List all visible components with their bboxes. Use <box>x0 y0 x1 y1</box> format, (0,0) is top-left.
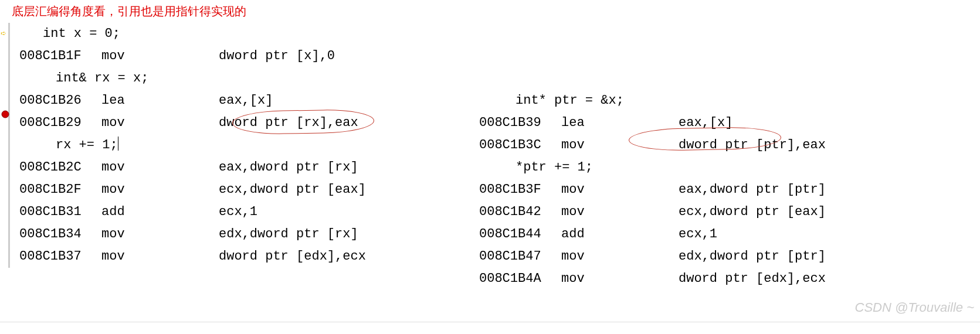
opcode: add <box>561 223 679 246</box>
operands: eax,[x] <box>679 115 733 130</box>
opcode: lea <box>101 90 219 112</box>
address: 008C1B3F <box>479 179 561 201</box>
asm-line: 008C1B3Cmovdword ptr [ptr],eax <box>479 134 826 156</box>
right-column: int* ptr = &x; 008C1B39leaeax,[x] 008C1B… <box>479 90 826 290</box>
asm-line: 008C1B3Fmoveax,dword ptr [ptr] <box>479 179 826 201</box>
operands: ecx,dword ptr [eax] <box>679 205 826 219</box>
annotation-text: 底层汇编得角度看，引用也是用指针得实现的 <box>0 0 980 23</box>
source-line: int* ptr = &x; <box>479 90 826 112</box>
opcode: mov <box>561 179 679 201</box>
operands: dword ptr [edx],ecx <box>679 271 826 286</box>
asm-line: 008C1B39leaeax,[x] <box>479 112 826 134</box>
address: 008C1B42 <box>479 201 561 223</box>
opcode: mov <box>101 112 219 134</box>
address: 008C1B1F <box>19 45 101 67</box>
opcode: add <box>101 201 219 223</box>
operands: dword ptr [x],0 <box>219 49 335 63</box>
source-line: int& rx = x; <box>19 67 980 90</box>
opcode: mov <box>101 156 219 179</box>
address: 008C1B34 <box>19 223 101 246</box>
opcode: mov <box>101 246 219 268</box>
address: 008C1B26 <box>19 90 101 112</box>
svg-point-0 <box>2 111 9 118</box>
gutter: ➪ <box>2 23 10 268</box>
operands: dword ptr [edx],ecx <box>219 249 366 264</box>
opcode: mov <box>561 246 679 268</box>
opcode: mov <box>561 201 679 223</box>
code-text: int& rx = x; <box>56 71 148 86</box>
operands: edx,dword ptr [ptr] <box>679 249 826 264</box>
address: 008C1B29 <box>19 112 101 134</box>
address: 008C1B3C <box>479 134 561 156</box>
current-line-arrow-icon: ➪ <box>1 28 10 37</box>
address: 008C1B39 <box>479 112 561 134</box>
code-text: int* ptr = &x; <box>516 93 624 108</box>
address: 008C1B4A <box>479 268 561 290</box>
operands: eax,[x] <box>219 93 273 108</box>
asm-line: 008C1B44addecx,1 <box>479 223 826 246</box>
address: 008C1B37 <box>19 246 101 268</box>
divider <box>0 322 980 322</box>
operands: ecx,dword ptr [eax] <box>219 182 366 197</box>
address: 008C1B31 <box>19 201 101 223</box>
code-text: rx += 1; <box>56 138 118 152</box>
opcode: mov <box>101 223 219 246</box>
disassembly-view: ➪ int x = 0; 008C1B1Fmovdword ptr [x],0 … <box>8 23 980 268</box>
operands: ecx,1 <box>219 205 257 219</box>
text-cursor <box>118 137 118 151</box>
address: 008C1B47 <box>479 246 561 268</box>
code-text: int x = 0; <box>43 26 120 41</box>
address: 008C1B2C <box>19 156 101 179</box>
breakpoint-icon[interactable] <box>1 110 10 119</box>
code-text: *ptr += 1; <box>516 160 593 175</box>
opcode: mov <box>101 45 219 67</box>
asm-line: 008C1B4Amovdword ptr [edx],ecx <box>479 268 826 290</box>
asm-line: 008C1B47movedx,dword ptr [ptr] <box>479 246 826 268</box>
source-line: *ptr += 1; <box>479 156 826 179</box>
asm-line: 008C1B1Fmovdword ptr [x],0 <box>19 45 980 67</box>
opcode: lea <box>561 112 679 134</box>
opcode: mov <box>561 134 679 156</box>
asm-line: 008C1B42movecx,dword ptr [eax] <box>479 201 826 223</box>
operands: edx,dword ptr [rx] <box>219 227 358 241</box>
source-line: int x = 0; <box>19 23 980 45</box>
address: 008C1B44 <box>479 223 561 246</box>
operands: ecx,1 <box>679 227 717 241</box>
opcode: mov <box>101 179 219 201</box>
operands: eax,dword ptr [ptr] <box>679 182 826 197</box>
opcode: mov <box>561 268 679 290</box>
operands: dword ptr [rx],eax <box>219 115 358 130</box>
address: 008C1B2F <box>19 179 101 201</box>
watermark-text: CSDN @Trouvaille ~ <box>855 300 974 315</box>
operands: dword ptr [ptr],eax <box>679 138 826 152</box>
operands: eax,dword ptr [rx] <box>219 160 358 175</box>
